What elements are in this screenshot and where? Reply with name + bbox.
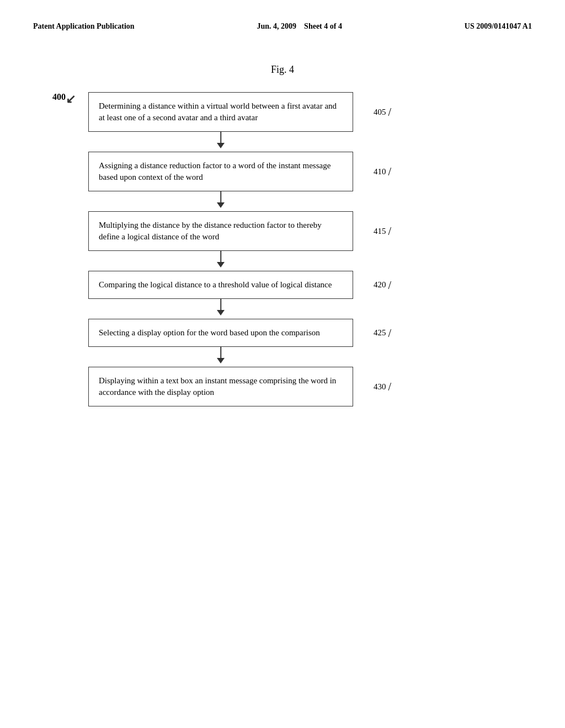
arrow-415-420 bbox=[88, 251, 353, 271]
arrow-425-430 bbox=[88, 347, 353, 367]
step-label-415: 415 / bbox=[374, 223, 391, 239]
slash-icon-430: / bbox=[388, 379, 391, 394]
step-num-405: 405 bbox=[374, 106, 386, 118]
arrow-405-410 bbox=[88, 132, 353, 152]
step-425-text: Selecting a display option for the word … bbox=[99, 328, 320, 337]
header-date: Jun. 4, 2009 bbox=[257, 22, 297, 30]
step-box-420: Comparing the logical distance to a thre… bbox=[88, 271, 353, 299]
step-box-425: Selecting a display option for the word … bbox=[88, 319, 353, 347]
step-box-415: Multiplying the distance by the distance… bbox=[88, 211, 353, 251]
step-label-425: 425 / bbox=[374, 325, 391, 341]
step-label-420: 420 / bbox=[374, 277, 391, 293]
step-num-410: 410 bbox=[374, 166, 386, 178]
figure-title: Fig. 4 bbox=[33, 64, 532, 76]
step-box-405: Determining a distance within a virtual … bbox=[88, 92, 353, 132]
flow-row-405: Determining a distance within a virtual … bbox=[88, 92, 532, 132]
slash-icon-405: / bbox=[388, 104, 391, 120]
slash-icon-420: / bbox=[388, 277, 391, 293]
step-430-text: Displaying within a text box an instant … bbox=[99, 376, 336, 397]
step-box-410: Assigning a distance reduction factor to… bbox=[88, 152, 353, 191]
page-header: Patent Application Publication Jun. 4, 2… bbox=[33, 22, 532, 31]
step-num-420: 420 bbox=[374, 279, 386, 291]
flowchart-label-400: 400 bbox=[52, 92, 77, 103]
step-box-430: Displaying within a text box an instant … bbox=[88, 367, 353, 406]
step-label-430: 430 / bbox=[374, 379, 391, 394]
flow-row-415: Multiplying the distance by the distance… bbox=[88, 211, 532, 251]
header-sheet: Sheet 4 of 4 bbox=[304, 22, 342, 30]
diagonal-arrow-icon bbox=[66, 92, 77, 103]
arrow-420-425 bbox=[88, 299, 353, 319]
label-400-text: 400 bbox=[52, 92, 66, 102]
step-420-text: Comparing the logical distance to a thre… bbox=[99, 280, 332, 289]
flow-row-425: Selecting a display option for the word … bbox=[88, 319, 532, 347]
step-label-410: 410 / bbox=[374, 164, 391, 179]
header-right: US 2009/0141047 A1 bbox=[465, 22, 532, 31]
flowchart: 400 Determining a distance within a virt… bbox=[88, 92, 532, 406]
step-num-425: 425 bbox=[374, 327, 386, 339]
slash-icon-415: / bbox=[388, 223, 391, 239]
patent-page: Patent Application Publication Jun. 4, 2… bbox=[0, 0, 565, 728]
step-410-text: Assigning a distance reduction factor to… bbox=[99, 161, 331, 181]
flow-row-410: Assigning a distance reduction factor to… bbox=[88, 152, 532, 191]
header-left: Patent Application Publication bbox=[33, 22, 135, 31]
slash-icon-410: / bbox=[388, 164, 391, 179]
flow-row-420: Comparing the logical distance to a thre… bbox=[88, 271, 532, 299]
header-center: Jun. 4, 2009 Sheet 4 of 4 bbox=[257, 22, 342, 31]
step-num-415: 415 bbox=[374, 226, 386, 237]
step-label-405: 405 / bbox=[374, 104, 391, 120]
step-415-text: Multiplying the distance by the distance… bbox=[99, 221, 322, 241]
flow-row-430: Displaying within a text box an instant … bbox=[88, 367, 532, 406]
arrow-410-415 bbox=[88, 191, 353, 211]
step-num-430: 430 bbox=[374, 381, 386, 393]
slash-icon-425: / bbox=[388, 325, 391, 341]
step-405-text: Determining a distance within a virtual … bbox=[99, 101, 337, 122]
